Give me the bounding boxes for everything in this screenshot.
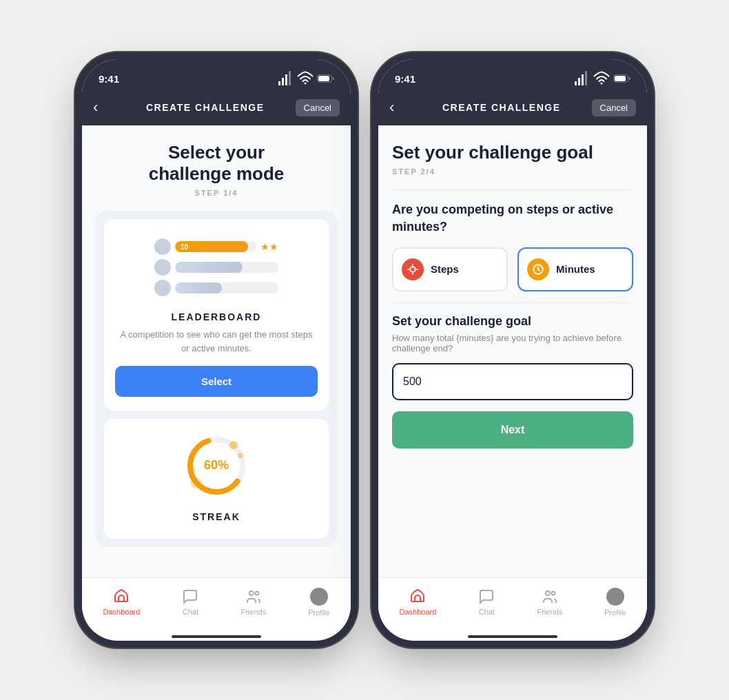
step-label-1: STEP 1/4 xyxy=(96,189,337,197)
goal-step: STEP 2/4 xyxy=(392,167,633,176)
tab-bar-1: Dashboard Chat Friends Profile xyxy=(82,577,351,632)
phones-container: 9:41 ‹ CREATE CHALLENGE Cancel Select yo… xyxy=(82,59,647,641)
svg-rect-3 xyxy=(289,71,291,85)
svg-text:60%: 60% xyxy=(204,458,229,472)
svg-point-12 xyxy=(190,477,201,488)
signal-icon-2 xyxy=(573,70,590,87)
minutes-option[interactable]: Minutes xyxy=(517,247,633,291)
tab-chat-2[interactable]: Chat xyxy=(478,588,495,616)
tab-profile-1[interactable]: Profile xyxy=(308,588,329,617)
svg-point-20 xyxy=(601,83,603,85)
friends-icon-1 xyxy=(245,588,262,605)
svg-point-4 xyxy=(305,83,307,85)
dashboard-icon-1 xyxy=(113,588,130,605)
goal-input[interactable] xyxy=(392,363,633,400)
tab-dashboard-1[interactable]: Dashboard xyxy=(103,588,141,616)
phone-1: 9:41 ‹ CREATE CHALLENGE Cancel Select yo… xyxy=(82,59,351,641)
chat-icon-2 xyxy=(478,588,495,605)
lb-avatar-1 xyxy=(154,238,171,255)
streak-card: 60% STREAK xyxy=(104,419,329,539)
svg-point-10 xyxy=(229,441,238,449)
svg-rect-16 xyxy=(575,81,577,85)
cancel-button-2[interactable]: Cancel xyxy=(592,99,636,116)
back-button-1[interactable]: ‹ xyxy=(93,99,115,116)
back-button-2[interactable]: ‹ xyxy=(389,99,411,116)
svg-rect-0 xyxy=(278,81,280,85)
svg-rect-6 xyxy=(318,76,329,81)
status-icons-2 xyxy=(573,70,630,87)
status-time-1: 9:41 xyxy=(99,73,119,85)
chat-icon-1 xyxy=(182,588,198,605)
leaderboard-illustration: 10 ★★ xyxy=(115,233,318,302)
cancel-button-1[interactable]: Cancel xyxy=(296,99,340,116)
steps-label: Steps xyxy=(431,263,459,275)
tab-chat-label-2: Chat xyxy=(479,608,495,616)
nav-title-2: CREATE CHALLENGE xyxy=(442,102,561,113)
steps-icon xyxy=(402,258,424,280)
streak-ring-svg: 60% xyxy=(182,431,251,500)
phone-notch-2 xyxy=(458,59,568,79)
lb-avatar-3 xyxy=(154,280,171,296)
profile-avatar-1 xyxy=(310,588,328,606)
minutes-label: Minutes xyxy=(556,263,595,275)
tab-friends-label-2: Friends xyxy=(537,608,562,616)
goal-section-title: Set your challenge goal xyxy=(392,314,633,329)
nav-bar-1: ‹ CREATE CHALLENGE Cancel xyxy=(82,90,351,125)
svg-point-13 xyxy=(189,466,196,473)
next-button[interactable]: Next xyxy=(392,411,633,449)
tab-dashboard-label-2: Dashboard xyxy=(400,608,437,616)
tab-profile-2[interactable]: Profile xyxy=(604,588,626,617)
profile-avatar-2 xyxy=(606,588,624,606)
tab-friends-1[interactable]: Friends xyxy=(240,588,266,616)
nav-title-1: CREATE CHALLENGE xyxy=(146,102,265,113)
tab-bar-2: Dashboard Chat Friends Profile xyxy=(378,577,647,632)
home-indicator-2 xyxy=(468,635,557,638)
phone-2: 9:41 ‹ CREATE CHALLENGE Cancel Set your … xyxy=(378,59,647,641)
lb-avatar-2 xyxy=(154,259,171,276)
wifi-icon xyxy=(297,70,314,87)
streak-name: STREAK xyxy=(115,511,318,522)
phone1-main: Select your challenge mode STEP 1/4 xyxy=(82,125,351,547)
tab-dashboard-2[interactable]: Dashboard xyxy=(400,588,437,616)
phone2-content: Set your challenge goal STEP 2/4 Are you… xyxy=(378,125,647,577)
divider-1 xyxy=(392,189,633,190)
status-icons-1 xyxy=(277,70,334,87)
phone-notch xyxy=(161,59,271,79)
competition-question: Are you competing on steps or active min… xyxy=(392,201,633,236)
divider-2 xyxy=(392,302,633,303)
svg-point-25 xyxy=(546,591,550,595)
select-button[interactable]: Select xyxy=(115,366,318,397)
phone1-content: Select your challenge mode STEP 1/4 xyxy=(82,125,351,577)
svg-rect-17 xyxy=(578,78,580,85)
svg-point-15 xyxy=(255,591,258,595)
svg-point-23 xyxy=(410,267,415,272)
signal-icon xyxy=(277,70,294,87)
phone2-main: Set your challenge goal STEP 2/4 Are you… xyxy=(378,125,647,455)
svg-rect-22 xyxy=(615,76,626,81)
leaderboard-name: LEADERBOARD xyxy=(115,311,318,322)
wifi-icon-2 xyxy=(593,70,610,87)
svg-rect-18 xyxy=(582,74,584,85)
dashboard-icon-2 xyxy=(409,588,426,605)
nav-bar-2: ‹ CREATE CHALLENGE Cancel xyxy=(378,90,647,125)
page-title-1: Select your challenge mode xyxy=(96,142,337,185)
tab-dashboard-label-1: Dashboard xyxy=(103,608,141,616)
tab-friends-2[interactable]: Friends xyxy=(537,588,562,616)
friends-icon-2 xyxy=(542,588,558,605)
goal-title: Set your challenge goal xyxy=(392,142,633,163)
svg-point-14 xyxy=(249,591,254,595)
svg-point-11 xyxy=(238,453,243,458)
leaderboard-desc: A competition to see who can get the mos… xyxy=(115,328,318,355)
tab-friends-label-1: Friends xyxy=(240,608,266,616)
battery-icon xyxy=(317,74,334,83)
tab-profile-label-1: Profile xyxy=(308,608,329,617)
steps-option[interactable]: Steps xyxy=(392,247,508,291)
goal-section-desc: How many total {minutes} are you trying … xyxy=(392,333,633,353)
svg-rect-2 xyxy=(285,74,287,85)
battery-icon-2 xyxy=(613,74,630,83)
svg-rect-1 xyxy=(282,78,284,85)
cards-container: 10 ★★ xyxy=(96,211,337,547)
competition-options: Steps Minutes xyxy=(392,247,633,291)
tab-chat-1[interactable]: Chat xyxy=(182,588,198,616)
streak-illustration: 60% xyxy=(115,433,318,502)
